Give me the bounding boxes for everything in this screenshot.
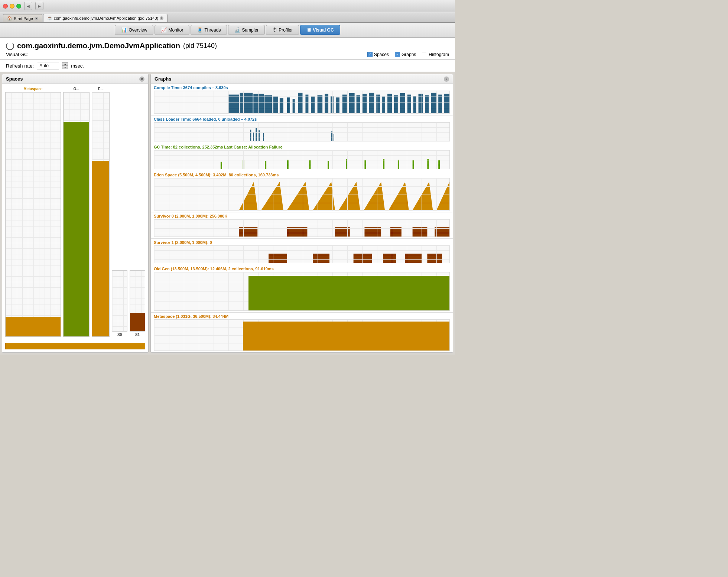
survivor0-graph: [154, 219, 450, 237]
histogram-checkbox-group[interactable]: Histogram: [422, 52, 449, 57]
histogram-checkbox-label: Histogram: [429, 52, 449, 57]
survivor0-section: Survivor 0 (2.000M, 1.000M): 256.000K: [151, 212, 453, 239]
overview-icon: 📊: [121, 27, 127, 33]
survivor1-section: Survivor 1 (2.000M, 1.000M): 0: [151, 239, 453, 265]
tab-profiler-label: Profiler: [279, 27, 293, 33]
monitor-icon: 📈: [161, 27, 167, 33]
refresh-rate-bar: Refresh rate: ▲ ▼ msec.: [0, 60, 455, 72]
tab-start-page-label: Start Page: [14, 16, 33, 21]
spaces-checkbox-label: Spaces: [374, 52, 389, 57]
metaspace-graph-title: Metaspace (1.031G, 36.500M): 34.444M: [154, 314, 450, 319]
tab-sampler[interactable]: 🔬 Sampler: [228, 25, 265, 35]
metaspace-label: Metaspace: [23, 87, 42, 91]
main-content: Spaces × Metaspace O... E...: [0, 72, 455, 355]
gc-time-section: GC Time: 82 collections, 252.352ms Last …: [151, 143, 453, 171]
close-button[interactable]: [3, 4, 8, 9]
page-header: com.gaoxinfu.demo.jvm.DemoJvmApplication…: [0, 38, 455, 60]
s1-label: S1: [135, 333, 140, 337]
metaspace-fill: [6, 317, 61, 336]
old-gen-graph: [154, 272, 450, 311]
metaspace-bar: [5, 92, 61, 337]
graphs-panel-close[interactable]: ×: [444, 76, 449, 82]
old-gen-fill-area: [248, 276, 449, 310]
histogram-checkbox[interactable]: [422, 52, 427, 57]
old-gen-label: O...: [73, 87, 79, 91]
metaspace-col: Metaspace: [5, 87, 61, 337]
tab-app-close[interactable]: ×: [160, 16, 163, 20]
eden-col: E...: [92, 87, 110, 337]
tab-overview-label: Overview: [129, 27, 147, 33]
spaces-checkbox[interactable]: ✓: [367, 52, 373, 57]
eden-space-section: Eden Space (5.500M, 4.500M): 3.402M, 80 …: [151, 171, 453, 212]
classloader-section: Class Loader Time: 6664 loaded, 0 unload…: [151, 115, 453, 143]
refresh-rate-unit: msec.: [71, 63, 84, 69]
s1-col: S1: [130, 87, 145, 337]
spaces-panel-close[interactable]: ×: [139, 76, 144, 82]
old-gen-title: Old Gen (13.500M, 13.500M): 12.406M, 2 c…: [154, 267, 450, 271]
tab-threads-label: Threads: [204, 27, 221, 33]
refresh-rate-input[interactable]: [37, 62, 59, 69]
graphs-content: Compile Time: 3674 compiles – 8.630s: [151, 84, 453, 352]
minimize-button[interactable]: [10, 4, 14, 9]
nav-forward[interactable]: ▶: [35, 2, 43, 10]
old-gen-fill: [64, 122, 90, 336]
spaces-panel-header: Spaces ×: [2, 74, 148, 84]
s0-bar: [112, 270, 127, 332]
spaces-panel-title: Spaces: [6, 76, 23, 82]
eden-fill: [92, 161, 109, 336]
metaspace-graph-area: [154, 319, 450, 351]
graphs-checkbox-group[interactable]: ✓ Graphs: [395, 52, 416, 57]
graphs-panel-header: Graphs ×: [151, 74, 453, 84]
metaspace-graph-fill: [243, 322, 450, 351]
graphs-panel: Graphs × Compile Time: 3674 compiles – 8…: [150, 74, 453, 353]
survivor1-title: Survivor 1 (2.000M, 1.000M): 0: [154, 240, 450, 245]
spinner-up[interactable]: ▲: [62, 63, 68, 66]
window-titlebar: ◀ ▶: [0, 0, 455, 12]
tab-monitor-label: Monitor: [168, 27, 183, 33]
tab-visual-gc[interactable]: 🖥 Visual GC: [300, 25, 340, 35]
spinner-down[interactable]: ▼: [62, 66, 68, 69]
old-gen-bar: [63, 92, 90, 337]
spaces-panel: Spaces × Metaspace O... E...: [2, 74, 149, 353]
tab-app[interactable]: ☕ com.gaoxinfu.demo.jvm.DemoJvmApplicati…: [43, 14, 168, 22]
old-gen-section: Old Gen (13.500M, 13.500M): 12.406M, 2 c…: [151, 265, 453, 313]
old-gen-col: O...: [63, 87, 90, 337]
s1-fill: [130, 313, 145, 331]
tab-profiler[interactable]: ⏱ Profiler: [266, 25, 299, 35]
survivor0-title: Survivor 0 (2.000M, 1.000M): 256.000K: [154, 214, 450, 218]
classloader-graph: [154, 122, 450, 141]
tab-start-page[interactable]: 🏠 Start Page ×: [3, 14, 42, 22]
s0-label: S0: [117, 333, 122, 337]
graphs-panel-title: Graphs: [155, 76, 172, 82]
maximize-button[interactable]: [16, 4, 21, 9]
compile-time-title: Compile Time: 3674 compiles – 8.630s: [154, 85, 450, 90]
nav-back[interactable]: ◀: [24, 2, 32, 10]
start-page-icon: 🏠: [7, 16, 12, 21]
tab-monitor[interactable]: 📈 Monitor: [155, 25, 189, 35]
compile-time-graph: [154, 91, 450, 114]
s0-col: S0: [112, 87, 127, 337]
metaspace-graph-section: Metaspace (1.031G, 36.500M): 34.444M: [151, 313, 453, 352]
refresh-rate-spinner[interactable]: ▲ ▼: [62, 62, 68, 69]
sampler-icon: 🔬: [234, 27, 240, 33]
tab-threads[interactable]: 🧵 Threads: [191, 25, 227, 35]
visual-gc-section-label: Visual GC: [6, 52, 367, 57]
refresh-rate-label: Refresh rate:: [6, 63, 34, 69]
tab-start-page-close[interactable]: ×: [35, 17, 38, 20]
gc-time-title: GC Time: 82 collections, 252.352ms Last …: [154, 145, 450, 149]
spaces-bottom-bar: [2, 340, 148, 352]
tab-sampler-label: Sampler: [242, 27, 259, 33]
app-tab-icon: ☕: [47, 16, 52, 20]
s1-bar: [130, 270, 145, 332]
spaces-checkbox-group[interactable]: ✓ Spaces: [367, 52, 389, 57]
tool-tab-bar: 📊 Overview 📈 Monitor 🧵 Threads 🔬 Sampler…: [0, 23, 455, 38]
eden-bar: [92, 92, 110, 337]
window-controls: [3, 4, 21, 9]
graphs-checkbox-label: Graphs: [402, 52, 416, 57]
eden-label: E...: [98, 87, 104, 91]
classloader-title: Class Loader Time: 6664 loaded, 0 unload…: [154, 117, 450, 121]
gc-time-graph: [154, 150, 450, 169]
graphs-checkbox[interactable]: ✓: [395, 52, 400, 57]
tab-overview[interactable]: 📊 Overview: [115, 25, 153, 35]
eden-space-graph: [154, 178, 450, 211]
